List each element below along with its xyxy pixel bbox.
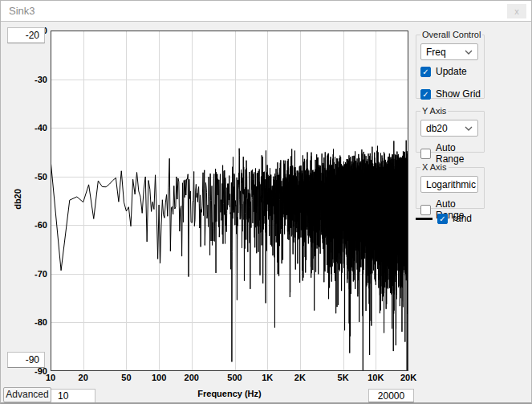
update-label: Update (436, 66, 467, 77)
title-bar: Sink3 x (1, 1, 531, 22)
x-tick-label: 20K (400, 373, 416, 382)
overall-control-select[interactable]: Freq (420, 43, 478, 60)
x-tick-label: 50 (121, 373, 131, 382)
show-grid-checkbox[interactable]: ✓ (420, 89, 431, 100)
x-tick-label: 10 (46, 373, 55, 382)
overall-control-group-label: Overall Control (420, 30, 482, 39)
y-auto-range-row: Auto Range (420, 142, 484, 165)
show-grid-row: ✓ Show Grid (420, 88, 484, 100)
x-tick-label: 1K (262, 373, 273, 382)
overall-control-group: Overall Control Freq ✓ Update ✓ Show Gri… (416, 30, 485, 99)
x-min-input[interactable]: 10 (51, 389, 95, 403)
y-min-input[interactable]: -90 (7, 352, 45, 368)
x-tick-label: 200 (185, 373, 199, 382)
series-line-swatch (416, 218, 433, 220)
y-tick-label: -80 (35, 317, 47, 327)
y-tick-label: -40 (35, 123, 47, 133)
x-max-input[interactable]: 20000 (368, 389, 414, 402)
y-tick-label: -70 (35, 269, 47, 279)
series-visibility-checkbox[interactable]: ✓ (437, 214, 448, 224)
chevron-down-icon (465, 126, 473, 131)
y-axis-title: db20 (13, 188, 22, 210)
y-axis-select[interactable]: db20 (420, 120, 478, 137)
show-grid-label: Show Grid (436, 88, 481, 100)
close-icon[interactable]: x (507, 4, 526, 18)
x-axis-group: X Axis Logarithmic Auto Range (416, 162, 485, 209)
y-axis-tick-labels: -20-30-40-50-60-70-80-90 (18, 31, 47, 371)
update-checkbox[interactable]: ✓ (420, 67, 431, 77)
x-axis-tick-labels: 1020501002005001K2K5K10K20K (51, 373, 408, 383)
advanced-button[interactable]: Advanced (3, 387, 51, 402)
x-axis-select[interactable]: Logarithmic (420, 176, 478, 193)
y-tick-label: -50 (35, 172, 47, 182)
y-axis-group: Y Axis db20 Auto Range (416, 106, 485, 153)
x-tick-label: 100 (152, 373, 166, 382)
x-tick-label: 2K (294, 373, 306, 382)
sink-window: Sink3 x -20-30-40-50-60-70-80-90 1020501… (0, 0, 532, 404)
x-tick-label: 10K (368, 373, 384, 382)
x-tick-label: 500 (227, 373, 242, 382)
update-row: ✓ Update (420, 66, 484, 77)
y-axis-select-value: db20 (426, 123, 448, 134)
x-tick-label: 20 (79, 373, 88, 382)
x-tick-label: 5K (338, 373, 349, 382)
chevron-down-icon (465, 50, 473, 55)
spectrum-plot[interactable] (51, 31, 408, 371)
series-label: rand (453, 213, 472, 224)
window-title: Sink3 (9, 1, 35, 21)
x-axis-select-value: Logarithmic (426, 179, 476, 190)
y-tick-label: -30 (35, 75, 47, 84)
y-tick-label: -60 (35, 220, 47, 230)
overall-control-select-value: Freq (426, 47, 446, 58)
series-legend: ✓ rand (416, 213, 472, 224)
y-auto-range-checkbox[interactable] (420, 149, 431, 159)
y-max-input[interactable]: -20 (7, 27, 45, 43)
x-axis-group-label: X Axis (420, 162, 449, 172)
x-axis-title: Frequency (Hz) (51, 389, 408, 398)
y-axis-group-label: Y Axis (420, 106, 448, 116)
y-auto-range-label: Auto Range (436, 142, 484, 165)
